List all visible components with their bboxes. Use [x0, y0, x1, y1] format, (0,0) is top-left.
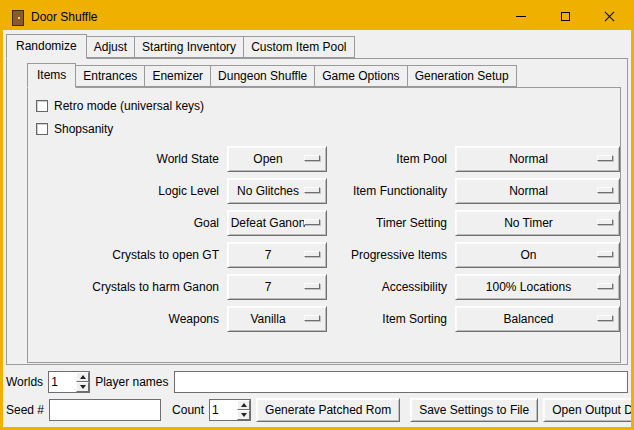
app-icon — [9, 9, 25, 25]
dropdown-indicator-icon — [597, 155, 613, 161]
main-tabs: Randomize Adjust Starting Inventory Cust… — [6, 33, 628, 58]
timer-setting-dropdown[interactable]: No Timer — [455, 210, 620, 236]
window-controls — [499, 3, 631, 30]
tab-randomize[interactable]: Randomize — [6, 34, 87, 59]
accessibility-value: 100% Locations — [486, 280, 571, 294]
save-settings-button[interactable]: Save Settings to File — [410, 398, 538, 422]
bottom-controls: Worlds Player names Seed # Count — [6, 371, 628, 427]
minimize-button[interactable] — [499, 3, 543, 30]
shopsanity-checkbox-box[interactable] — [36, 123, 48, 135]
accessibility-label: Accessibility — [335, 280, 447, 294]
shopsanity-label: Shopsanity — [54, 122, 113, 136]
player-names-input[interactable] — [174, 371, 629, 393]
sub-tabs: Items Entrances Enemizer Dungeon Shuffle… — [27, 62, 621, 87]
checkbox-retro-mode[interactable]: Retro mode (universal keys) — [36, 99, 620, 113]
world-state-dropdown[interactable]: Open — [227, 146, 327, 172]
count-spin-up-button[interactable] — [237, 400, 250, 410]
goal-dropdown[interactable]: Defeat Ganon — [227, 210, 327, 236]
timer-setting-label: Timer Setting — [335, 216, 447, 230]
count-spin-down-button[interactable] — [237, 410, 250, 420]
dropdown-indicator-icon — [597, 219, 613, 225]
tab-custom-item-pool[interactable]: Custom Item Pool — [243, 36, 354, 58]
tab-entrances[interactable]: Entrances — [75, 65, 145, 87]
dropdown-indicator-icon — [304, 251, 320, 257]
worlds-spin-buttons — [76, 372, 89, 392]
close-icon — [604, 11, 615, 22]
maximize-icon — [561, 12, 570, 21]
logic-level-value: No Glitches — [237, 184, 299, 198]
crystals-ganon-value: 7 — [265, 280, 272, 294]
close-button[interactable] — [587, 3, 631, 30]
client-area: Randomize Adjust Starting Inventory Cust… — [3, 30, 631, 427]
tab-dungeon-shuffle[interactable]: Dungeon Shuffle — [210, 65, 315, 87]
goal-value: Defeat Ganon — [231, 216, 306, 230]
minimize-icon — [516, 16, 526, 17]
worlds-input[interactable] — [49, 372, 76, 392]
crystals-gt-value: 7 — [265, 248, 272, 262]
arrow-up-icon — [80, 375, 86, 379]
worlds-spin-up-button[interactable] — [76, 372, 89, 382]
item-pool-value: Normal — [509, 152, 548, 166]
dropdown-indicator-icon — [304, 187, 320, 193]
dropdown-indicator-icon — [304, 219, 320, 225]
progressive-items-label: Progressive Items — [335, 248, 447, 262]
door-shuffle-window: Door Shuffle Randomize Adjust Starting I… — [0, 0, 634, 430]
progressive-items-value: On — [520, 248, 536, 262]
dropdown-indicator-icon — [304, 283, 320, 289]
crystals-ganon-dropdown[interactable]: 7 — [227, 274, 327, 300]
arrow-down-icon — [80, 385, 86, 389]
tab-adjust[interactable]: Adjust — [86, 36, 135, 58]
count-spin-buttons — [237, 400, 250, 420]
tab-generation-setup[interactable]: Generation Setup — [407, 65, 517, 87]
worlds-spin-down-button[interactable] — [76, 382, 89, 392]
world-state-label: World State — [54, 152, 219, 166]
window-title: Door Shuffle — [31, 10, 98, 24]
items-pane: Retro mode (universal keys) Shopsanity W… — [27, 87, 621, 363]
crystals-gt-dropdown[interactable]: 7 — [227, 242, 327, 268]
world-state-value: Open — [253, 152, 282, 166]
progressive-items-dropdown[interactable]: On — [455, 242, 620, 268]
generate-rom-button[interactable]: Generate Patched Rom — [256, 398, 400, 422]
goal-label: Goal — [54, 216, 219, 230]
item-functionality-value: Normal — [509, 184, 548, 198]
tab-items[interactable]: Items — [27, 63, 76, 88]
logic-level-label: Logic Level — [54, 184, 219, 198]
dropdown-indicator-icon — [304, 155, 320, 161]
seed-label: Seed # — [6, 403, 44, 417]
item-sorting-label: Item Sorting — [335, 312, 447, 326]
title-bar[interactable]: Door Shuffle — [3, 3, 631, 30]
timer-setting-value: No Timer — [504, 216, 553, 230]
open-output-button[interactable]: Open Output Directory — [543, 398, 631, 422]
tab-enemizer[interactable]: Enemizer — [144, 65, 211, 87]
arrow-up-icon — [241, 403, 247, 407]
maximize-button[interactable] — [543, 3, 587, 30]
worlds-row: Worlds Player names — [6, 371, 628, 393]
crystals-gt-label: Crystals to open GT — [54, 248, 219, 262]
weapons-value: Vanilla — [250, 312, 285, 326]
worlds-spinbox — [48, 371, 90, 393]
tab-starting-inventory[interactable]: Starting Inventory — [134, 36, 244, 58]
options-grid: World State Open Item Pool Normal Logic … — [54, 146, 620, 332]
item-pool-label: Item Pool — [335, 152, 447, 166]
item-functionality-dropdown[interactable]: Normal — [455, 178, 620, 204]
item-sorting-dropdown[interactable]: Balanced — [455, 306, 620, 332]
weapons-dropdown[interactable]: Vanilla — [227, 306, 327, 332]
item-functionality-label: Item Functionality — [335, 184, 447, 198]
tab-game-options[interactable]: Game Options — [314, 65, 407, 87]
retro-mode-checkbox-box[interactable] — [36, 100, 48, 112]
count-input[interactable] — [210, 400, 237, 420]
weapons-label: Weapons — [54, 312, 219, 326]
logic-level-dropdown[interactable]: No Glitches — [227, 178, 327, 204]
dropdown-indicator-icon — [597, 315, 613, 321]
randomize-pane: Items Entrances Enemizer Dungeon Shuffle… — [6, 58, 628, 365]
item-pool-dropdown[interactable]: Normal — [455, 146, 620, 172]
checkbox-shopsanity[interactable]: Shopsanity — [36, 122, 620, 136]
seed-row: Seed # Count Generate Patched Rom Save S… — [6, 398, 628, 422]
accessibility-dropdown[interactable]: 100% Locations — [455, 274, 620, 300]
count-label: Count — [172, 403, 204, 417]
player-names-label: Player names — [95, 375, 168, 389]
seed-input[interactable] — [49, 399, 161, 421]
item-sorting-value: Balanced — [503, 312, 553, 326]
crystals-ganon-label: Crystals to harm Ganon — [54, 280, 219, 294]
worlds-label: Worlds — [6, 375, 43, 389]
